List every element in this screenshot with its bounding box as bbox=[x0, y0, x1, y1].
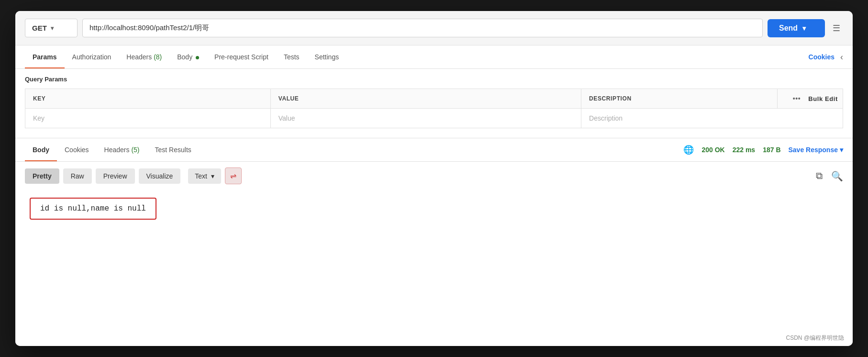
collapse-icon[interactable]: ‹ bbox=[840, 52, 843, 62]
response-section: Body Cookies Headers (5) Test Results 🌐 … bbox=[15, 138, 853, 346]
status-badge: 200 OK bbox=[701, 146, 724, 154]
tab-params[interactable]: Params bbox=[25, 45, 65, 68]
response-toolbar: Pretty Raw Preview Visualize Text ▾ ⇌ ⧉ … bbox=[15, 162, 853, 190]
save-response-button[interactable]: Save Response ▾ bbox=[789, 146, 844, 154]
response-tabs-bar: Body Cookies Headers (5) Test Results 🌐 … bbox=[15, 138, 853, 162]
res-tab-body[interactable]: Body bbox=[25, 138, 57, 161]
view-visualize-button[interactable]: Visualize bbox=[139, 168, 181, 184]
url-input[interactable] bbox=[82, 19, 763, 37]
value-cell[interactable]: Value bbox=[270, 109, 581, 128]
res-tab-test-results[interactable]: Test Results bbox=[147, 138, 199, 161]
view-pretty-button[interactable]: Pretty bbox=[25, 168, 59, 184]
request-tabs: Params Authorization Headers (8) Body Pr… bbox=[15, 45, 853, 69]
send-label: Send bbox=[779, 24, 798, 33]
col-actions: ••• Bulk Edit bbox=[778, 89, 843, 109]
params-table: KEY VALUE DESCRIPTION ••• Bulk Edit Key … bbox=[25, 89, 843, 128]
query-params-title: Query Params bbox=[25, 76, 843, 83]
watermark: CSDN @编程界明世隐 bbox=[786, 334, 844, 342]
sidebar-toggle-icon[interactable]: ☰ bbox=[830, 22, 843, 35]
tab-pre-request[interactable]: Pre-request Script bbox=[207, 45, 276, 68]
tab-tests[interactable]: Tests bbox=[276, 45, 307, 68]
format-chevron-icon: ▾ bbox=[211, 172, 214, 180]
format-selector[interactable]: Text ▾ bbox=[188, 168, 221, 184]
copy-icon[interactable]: ⧉ bbox=[816, 170, 823, 181]
table-row: Key Value Description bbox=[25, 109, 843, 128]
url-bar: GET ▾ Send ▾ ☰ bbox=[15, 11, 853, 45]
response-time: 222 ms bbox=[733, 146, 755, 154]
res-tab-cookies[interactable]: Cookies bbox=[57, 138, 97, 161]
response-content: id is null,name is null bbox=[15, 190, 853, 227]
format-label: Text bbox=[195, 172, 207, 180]
response-meta: 🌐 200 OK 222 ms 187 B Save Response ▾ bbox=[683, 145, 843, 155]
query-params-section: Query Params KEY VALUE DESCRIPTION ••• B… bbox=[15, 69, 853, 128]
method-selector[interactable]: GET ▾ bbox=[25, 19, 78, 37]
body-dot bbox=[196, 56, 199, 59]
send-chevron-icon: ▾ bbox=[802, 24, 806, 32]
view-raw-button[interactable]: Raw bbox=[63, 168, 92, 184]
tab-body[interactable]: Body bbox=[169, 45, 207, 68]
tab-authorization[interactable]: Authorization bbox=[65, 45, 119, 68]
tab-headers[interactable]: Headers (8) bbox=[119, 45, 169, 68]
globe-icon[interactable]: 🌐 bbox=[683, 145, 694, 155]
col-key: KEY bbox=[25, 89, 271, 109]
search-icon[interactable]: 🔍 bbox=[831, 170, 843, 182]
view-preview-button[interactable]: Preview bbox=[96, 168, 135, 184]
key-cell[interactable]: Key bbox=[25, 109, 271, 128]
col-value: VALUE bbox=[270, 89, 581, 109]
method-label: GET bbox=[32, 24, 47, 32]
method-chevron-icon: ▾ bbox=[51, 25, 54, 32]
save-response-chevron-icon: ▾ bbox=[840, 146, 843, 154]
col-description: DESCRIPTION bbox=[581, 89, 778, 109]
actions-cell bbox=[778, 109, 843, 128]
more-icon[interactable]: ••• bbox=[793, 95, 801, 102]
bulk-edit-button[interactable]: Bulk Edit bbox=[808, 95, 838, 102]
res-tab-headers[interactable]: Headers (5) bbox=[97, 138, 147, 161]
description-cell[interactable]: Description bbox=[581, 109, 778, 128]
response-body: id is null,name is null bbox=[30, 198, 156, 220]
response-size: 187 B bbox=[763, 146, 780, 154]
send-button[interactable]: Send ▾ bbox=[768, 19, 825, 37]
wrap-icon[interactable]: ⇌ bbox=[225, 167, 242, 184]
cookies-link[interactable]: Cookies bbox=[809, 53, 835, 61]
tab-settings[interactable]: Settings bbox=[307, 45, 347, 68]
